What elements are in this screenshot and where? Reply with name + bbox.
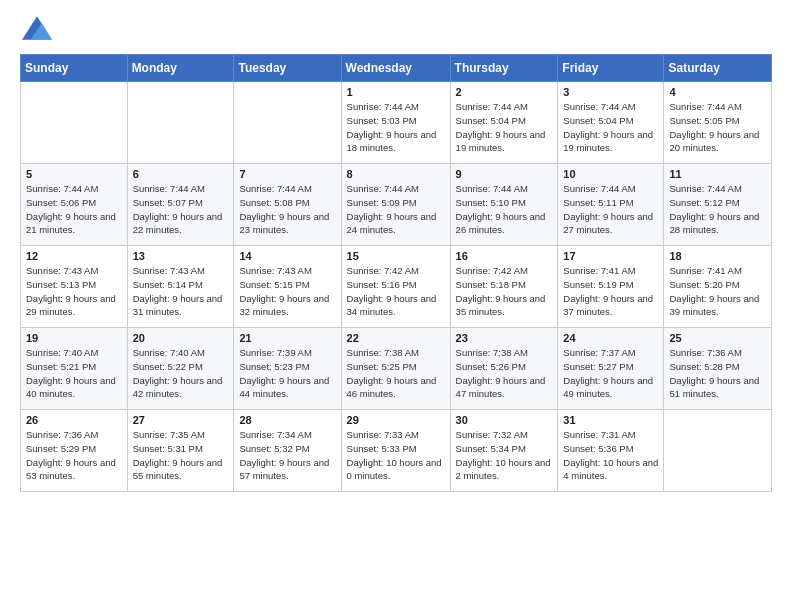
calendar-cell: 10 Sunrise: 7:44 AM Sunset: 5:11 PM Dayl… <box>558 164 664 246</box>
sunset-label: Sunset: 5:33 PM <box>347 443 417 454</box>
calendar-cell: 25 Sunrise: 7:36 AM Sunset: 5:28 PM Dayl… <box>664 328 772 410</box>
calendar-cell: 31 Sunrise: 7:31 AM Sunset: 5:36 PM Dayl… <box>558 410 664 492</box>
sunset-label: Sunset: 5:26 PM <box>456 361 526 372</box>
calendar-cell: 6 Sunrise: 7:44 AM Sunset: 5:07 PM Dayli… <box>127 164 234 246</box>
day-number: 15 <box>347 250 445 262</box>
cell-info: Sunrise: 7:44 AM Sunset: 5:08 PM Dayligh… <box>239 182 335 237</box>
cell-info: Sunrise: 7:38 AM Sunset: 5:25 PM Dayligh… <box>347 346 445 401</box>
sunrise-label: Sunrise: 7:44 AM <box>669 101 741 112</box>
day-number: 14 <box>239 250 335 262</box>
sunrise-label: Sunrise: 7:44 AM <box>456 183 528 194</box>
sunrise-label: Sunrise: 7:44 AM <box>347 101 419 112</box>
day-number: 9 <box>456 168 553 180</box>
daylight-label: Daylight: 9 hours and 24 minutes. <box>347 211 437 236</box>
day-number: 7 <box>239 168 335 180</box>
calendar-cell: 24 Sunrise: 7:37 AM Sunset: 5:27 PM Dayl… <box>558 328 664 410</box>
daylight-label: Daylight: 9 hours and 34 minutes. <box>347 293 437 318</box>
sunset-label: Sunset: 5:23 PM <box>239 361 309 372</box>
day-number: 12 <box>26 250 122 262</box>
sunset-label: Sunset: 5:09 PM <box>347 197 417 208</box>
daylight-label: Daylight: 9 hours and 32 minutes. <box>239 293 329 318</box>
col-saturday: Saturday <box>664 55 772 82</box>
daylight-label: Daylight: 9 hours and 47 minutes. <box>456 375 546 400</box>
week-row-1: 1 Sunrise: 7:44 AM Sunset: 5:03 PM Dayli… <box>21 82 772 164</box>
week-row-4: 19 Sunrise: 7:40 AM Sunset: 5:21 PM Dayl… <box>21 328 772 410</box>
daylight-label: Daylight: 9 hours and 40 minutes. <box>26 375 116 400</box>
daylight-label: Daylight: 9 hours and 39 minutes. <box>669 293 759 318</box>
sunset-label: Sunset: 5:14 PM <box>133 279 203 290</box>
day-number: 6 <box>133 168 229 180</box>
sunset-label: Sunset: 5:10 PM <box>456 197 526 208</box>
calendar-cell <box>234 82 341 164</box>
daylight-label: Daylight: 9 hours and 49 minutes. <box>563 375 653 400</box>
calendar-cell: 16 Sunrise: 7:42 AM Sunset: 5:18 PM Dayl… <box>450 246 558 328</box>
daylight-label: Daylight: 9 hours and 29 minutes. <box>26 293 116 318</box>
week-row-3: 12 Sunrise: 7:43 AM Sunset: 5:13 PM Dayl… <box>21 246 772 328</box>
sunrise-label: Sunrise: 7:36 AM <box>26 429 98 440</box>
calendar-cell: 13 Sunrise: 7:43 AM Sunset: 5:14 PM Dayl… <box>127 246 234 328</box>
sunset-label: Sunset: 5:28 PM <box>669 361 739 372</box>
daylight-label: Daylight: 9 hours and 55 minutes. <box>133 457 223 482</box>
calendar-cell: 11 Sunrise: 7:44 AM Sunset: 5:12 PM Dayl… <box>664 164 772 246</box>
cell-info: Sunrise: 7:40 AM Sunset: 5:21 PM Dayligh… <box>26 346 122 401</box>
sunset-label: Sunset: 5:32 PM <box>239 443 309 454</box>
daylight-label: Daylight: 9 hours and 28 minutes. <box>669 211 759 236</box>
cell-info: Sunrise: 7:44 AM Sunset: 5:04 PM Dayligh… <box>456 100 553 155</box>
sunrise-label: Sunrise: 7:41 AM <box>563 265 635 276</box>
sunrise-label: Sunrise: 7:44 AM <box>133 183 205 194</box>
day-number: 8 <box>347 168 445 180</box>
sunrise-label: Sunrise: 7:34 AM <box>239 429 311 440</box>
cell-info: Sunrise: 7:41 AM Sunset: 5:19 PM Dayligh… <box>563 264 658 319</box>
cell-info: Sunrise: 7:44 AM Sunset: 5:11 PM Dayligh… <box>563 182 658 237</box>
calendar-cell: 21 Sunrise: 7:39 AM Sunset: 5:23 PM Dayl… <box>234 328 341 410</box>
daylight-label: Daylight: 9 hours and 18 minutes. <box>347 129 437 154</box>
day-number: 23 <box>456 332 553 344</box>
sunset-label: Sunset: 5:22 PM <box>133 361 203 372</box>
daylight-label: Daylight: 9 hours and 53 minutes. <box>26 457 116 482</box>
day-number: 11 <box>669 168 766 180</box>
daylight-label: Daylight: 9 hours and 19 minutes. <box>563 129 653 154</box>
sunrise-label: Sunrise: 7:36 AM <box>669 347 741 358</box>
daylight-label: Daylight: 10 hours and 0 minutes. <box>347 457 442 482</box>
sunrise-label: Sunrise: 7:42 AM <box>456 265 528 276</box>
sunrise-label: Sunrise: 7:44 AM <box>456 101 528 112</box>
cell-info: Sunrise: 7:33 AM Sunset: 5:33 PM Dayligh… <box>347 428 445 483</box>
daylight-label: Daylight: 10 hours and 2 minutes. <box>456 457 551 482</box>
cell-info: Sunrise: 7:44 AM Sunset: 5:07 PM Dayligh… <box>133 182 229 237</box>
sunset-label: Sunset: 5:36 PM <box>563 443 633 454</box>
calendar-cell: 1 Sunrise: 7:44 AM Sunset: 5:03 PM Dayli… <box>341 82 450 164</box>
day-number: 18 <box>669 250 766 262</box>
day-number: 25 <box>669 332 766 344</box>
day-number: 3 <box>563 86 658 98</box>
calendar-cell <box>664 410 772 492</box>
day-number: 24 <box>563 332 658 344</box>
daylight-label: Daylight: 9 hours and 23 minutes. <box>239 211 329 236</box>
week-row-5: 26 Sunrise: 7:36 AM Sunset: 5:29 PM Dayl… <box>21 410 772 492</box>
sunrise-label: Sunrise: 7:43 AM <box>133 265 205 276</box>
cell-info: Sunrise: 7:43 AM Sunset: 5:15 PM Dayligh… <box>239 264 335 319</box>
cell-info: Sunrise: 7:36 AM Sunset: 5:28 PM Dayligh… <box>669 346 766 401</box>
calendar-cell: 14 Sunrise: 7:43 AM Sunset: 5:15 PM Dayl… <box>234 246 341 328</box>
daylight-label: Daylight: 9 hours and 57 minutes. <box>239 457 329 482</box>
cell-info: Sunrise: 7:35 AM Sunset: 5:31 PM Dayligh… <box>133 428 229 483</box>
calendar-cell: 30 Sunrise: 7:32 AM Sunset: 5:34 PM Dayl… <box>450 410 558 492</box>
sunset-label: Sunset: 5:16 PM <box>347 279 417 290</box>
calendar-table: Sunday Monday Tuesday Wednesday Thursday… <box>20 54 772 492</box>
cell-info: Sunrise: 7:36 AM Sunset: 5:29 PM Dayligh… <box>26 428 122 483</box>
day-number: 1 <box>347 86 445 98</box>
sunset-label: Sunset: 5:29 PM <box>26 443 96 454</box>
daylight-label: Daylight: 9 hours and 44 minutes. <box>239 375 329 400</box>
calendar-cell: 2 Sunrise: 7:44 AM Sunset: 5:04 PM Dayli… <box>450 82 558 164</box>
day-number: 20 <box>133 332 229 344</box>
day-number: 4 <box>669 86 766 98</box>
day-number: 27 <box>133 414 229 426</box>
sunrise-label: Sunrise: 7:41 AM <box>669 265 741 276</box>
sunset-label: Sunset: 5:21 PM <box>26 361 96 372</box>
calendar-cell: 20 Sunrise: 7:40 AM Sunset: 5:22 PM Dayl… <box>127 328 234 410</box>
cell-info: Sunrise: 7:34 AM Sunset: 5:32 PM Dayligh… <box>239 428 335 483</box>
cell-info: Sunrise: 7:44 AM Sunset: 5:12 PM Dayligh… <box>669 182 766 237</box>
header <box>20 16 772 44</box>
sunrise-label: Sunrise: 7:37 AM <box>563 347 635 358</box>
sunrise-label: Sunrise: 7:38 AM <box>347 347 419 358</box>
cell-info: Sunrise: 7:31 AM Sunset: 5:36 PM Dayligh… <box>563 428 658 483</box>
